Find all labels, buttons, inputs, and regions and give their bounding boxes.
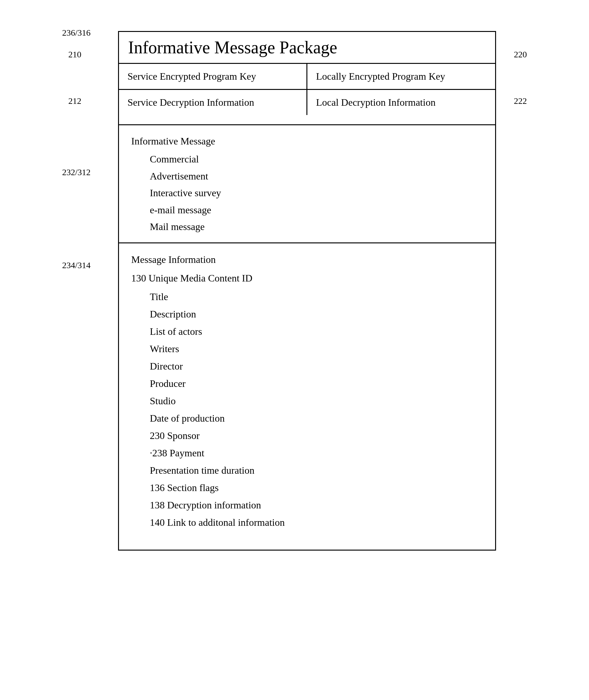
service-decryption-label: Service Decryption Information <box>128 97 254 108</box>
item-producer: Producer <box>131 375 483 392</box>
item-section-flags: 136 Section flags <box>131 479 483 496</box>
locally-encrypted-col: Locally Encrypted Program Key <box>308 64 495 89</box>
diagram-title: Informative Message Package <box>128 38 338 57</box>
page-container: 236/316 210 212 220 222 232/312 234/314 … <box>62 31 527 551</box>
message-section: Message Information 130 Unique Media Con… <box>118 243 496 551</box>
label-234-314: 234/314 <box>62 260 91 270</box>
diagram-wrapper: Informative Message Package Service Encr… <box>118 31 496 551</box>
label-220: 220 <box>514 49 527 59</box>
item-writers: Writers <box>131 340 483 358</box>
item-date-of-production: Date of production <box>131 410 483 427</box>
label-232-312: 232/312 <box>62 167 91 177</box>
message-information-header: Message Information <box>131 251 483 268</box>
local-decryption-col: Local Decryption Information <box>308 90 495 115</box>
label-236-316: 236/316 <box>62 28 91 38</box>
item-interactive-survey: Interactive survey <box>131 184 483 201</box>
item-advertisement: Advertisement <box>131 168 483 184</box>
item-description: Description <box>131 305 483 323</box>
item-mail-message: Mail message <box>131 218 483 235</box>
decryption-row: Service Decryption Information Local Dec… <box>118 89 496 115</box>
item-decryption-information: 138 Decryption information <box>131 496 483 514</box>
spacer-1 <box>118 115 496 124</box>
local-decryption-label: Local Decryption Information <box>316 97 436 108</box>
item-unique-media-content-id: 130 Unique Media Content ID <box>131 269 483 287</box>
label-210: 210 <box>68 49 81 59</box>
item-title: Title <box>131 288 483 305</box>
label-222: 222 <box>514 96 527 106</box>
service-encrypted-label: Service Encrypted Program Key <box>128 71 256 82</box>
item-commercial: Commercial <box>131 151 483 167</box>
label-212: 212 <box>68 96 81 106</box>
item-presentation-time: Presentation time duration <box>131 462 483 479</box>
encrypted-key-row: Service Encrypted Program Key Locally En… <box>118 63 496 89</box>
title-box: Informative Message Package <box>118 31 496 63</box>
locally-encrypted-label: Locally Encrypted Program Key <box>316 71 445 82</box>
informative-message-header: Informative Message <box>131 133 483 149</box>
item-sponsor: 230 Sponsor <box>131 427 483 444</box>
item-director: Director <box>131 358 483 375</box>
service-decryption-col: Service Decryption Information <box>119 90 308 115</box>
item-link-additional: 140 Link to additonal information <box>131 514 483 531</box>
informative-section: Informative Message Commercial Advertise… <box>118 124 496 243</box>
item-payment: ·238 Payment <box>131 444 483 462</box>
item-email-message: e-mail message <box>131 201 483 218</box>
item-list-of-actors: List of actors <box>131 323 483 340</box>
item-studio: Studio <box>131 392 483 410</box>
service-encrypted-col: Service Encrypted Program Key <box>119 64 308 89</box>
